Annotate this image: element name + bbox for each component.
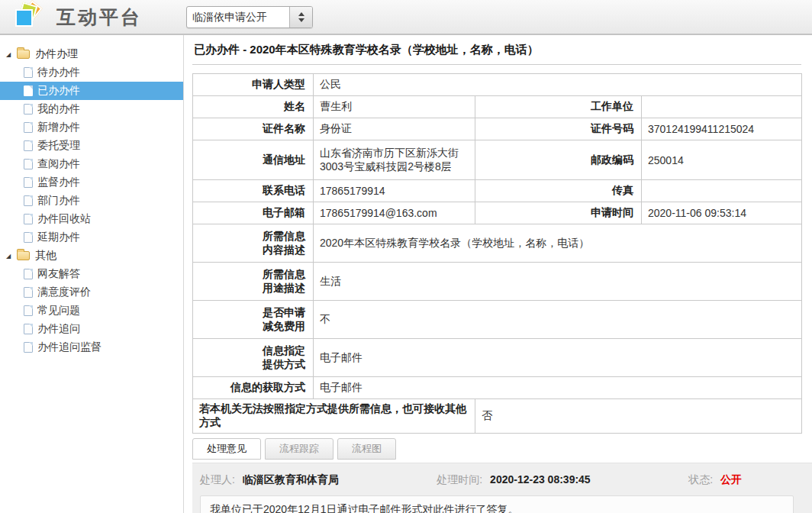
sidebar-group-banjian[interactable]: ◢ 办件办理 xyxy=(0,45,183,63)
logo-square-blue xyxy=(15,9,33,27)
sidebar-item-huishouzhan[interactable]: 办件回收站 xyxy=(0,210,183,228)
sidebar-item-wode[interactable]: 我的办件 xyxy=(0,100,183,118)
table-row: 电子邮箱 17865179914@163.com 申请时间 2020-11-06… xyxy=(193,202,802,224)
channel-select[interactable]: 临淄依申请公开 xyxy=(186,6,313,28)
sidebar-group-qita[interactable]: ◢ 其他 xyxy=(0,247,183,265)
page-title: 已办办件 - 2020年本区特殊教育学校名录（学校地址，名称，电话） xyxy=(192,35,801,65)
status-badge: 公开 xyxy=(720,473,742,486)
handler-value: 临淄区教育和体育局 xyxy=(243,473,339,486)
document-icon xyxy=(24,67,33,78)
sidebar-item-zhuiwen-jiandu[interactable]: 办件追问监督 xyxy=(0,338,183,357)
application-detail-table: 申请人类型 公民 姓名 曹生利 工作单位 证件名称 身份证 证件号码 37012… xyxy=(192,73,802,434)
folder-icon xyxy=(17,251,30,260)
document-icon xyxy=(24,177,33,188)
sidebar-item-manyidu[interactable]: 满意度评价 xyxy=(0,283,183,302)
table-row: 信息指定 提供方式 电子邮件 xyxy=(193,339,802,377)
group-label: 办件办理 xyxy=(35,47,78,61)
sidebar-item-yiban[interactable]: 已办办件 xyxy=(0,82,183,100)
table-row: 是否申请 减免费用 不 xyxy=(193,301,802,339)
processing-panel: 处理人: 临淄区教育和体育局 处理时间: 2020-12-23 08:39:45… xyxy=(192,463,812,513)
sidebar-item-jiandu[interactable]: 监督办件 xyxy=(0,173,183,192)
handler-field: 处理人: 临淄区教育和体育局 xyxy=(200,473,339,487)
interactive-platform-page: 互动平台 临淄依申请公开 ◢ 办件办理 待办办件 已办办件 我的办件 xyxy=(0,0,812,513)
main-content: 已办办件 - 2020年本区特殊教育学校名录（学校地址，名称，电话） 申请人类型… xyxy=(184,35,812,513)
sidebar-item-zhuiwen[interactable]: 办件追问 xyxy=(0,320,183,338)
sidebar-tree: ◢ 办件办理 待办办件 已办办件 我的办件 新增办件 委 xyxy=(0,35,184,513)
sidebar-item-wangyou[interactable]: 网友解答 xyxy=(0,265,183,283)
document-icon xyxy=(24,140,33,151)
status-field: 状态: 公开 xyxy=(688,473,742,487)
table-row: 申请人类型 公民 xyxy=(193,74,802,96)
document-icon xyxy=(24,122,33,133)
sidebar-item-chayue[interactable]: 查阅办件 xyxy=(0,155,183,173)
channel-select-value: 临淄依申请公开 xyxy=(187,7,289,27)
status-label: 状态: xyxy=(688,473,713,486)
app-title: 互动平台 xyxy=(56,5,142,30)
tab-process-tracking[interactable]: 流程跟踪 xyxy=(265,438,334,460)
sidebar-item-daiban[interactable]: 待办办件 xyxy=(0,63,183,82)
document-icon xyxy=(24,195,33,206)
sidebar-item-yanqi[interactable]: 延期办件 xyxy=(0,228,183,247)
handler-label: 处理人: xyxy=(200,473,235,486)
spinner-icon[interactable] xyxy=(289,7,312,27)
expander-icon[interactable]: ◢ xyxy=(6,253,17,260)
time-field: 处理时间: 2020-12-23 08:39:45 xyxy=(437,473,590,487)
document-icon xyxy=(24,269,33,279)
table-row: 通信地址 山东省济南市历下区新泺大街3003号宝威科技园2号楼8层 邮政编码 2… xyxy=(193,140,802,180)
expander-icon[interactable]: ◢ xyxy=(6,51,17,58)
app-logo-icon xyxy=(12,2,47,32)
table-row: 信息的获取方式 电子邮件 xyxy=(193,377,802,399)
sidebar-item-weituo[interactable]: 委托受理 xyxy=(0,137,183,155)
result-tabbar: 处理意见 流程跟踪 流程图 xyxy=(192,438,801,460)
time-value: 2020-12-23 08:39:45 xyxy=(490,473,591,486)
document-icon xyxy=(24,214,33,224)
table-row: 所需信息 内容描述 2020年本区特殊教育学校名录（学校地址，名称，电话） xyxy=(193,224,802,263)
document-icon xyxy=(24,159,33,169)
sidebar-item-xinzeng[interactable]: 新增办件 xyxy=(0,118,183,137)
table-row: 姓名 曹生利 工作单位 xyxy=(193,96,802,118)
document-icon xyxy=(24,104,33,115)
document-icon xyxy=(24,232,33,243)
group-label: 其他 xyxy=(35,249,56,263)
app-header: 互动平台 临淄依申请公开 xyxy=(0,0,812,35)
sidebar-item-changjian[interactable]: 常见问题 xyxy=(0,302,183,320)
tab-processing-opinion[interactable]: 处理意见 xyxy=(192,438,261,460)
document-icon xyxy=(24,342,33,353)
table-row: 若本机关无法按照指定方式提供所需信息，也可接收其他方式 否 xyxy=(193,399,802,434)
document-icon xyxy=(24,86,33,96)
document-icon xyxy=(24,305,33,316)
table-row: 证件名称 身份证 证件号码 370124199411215024 xyxy=(193,118,802,140)
table-row: 所需信息 用途描述 生活 xyxy=(193,263,802,301)
processing-meta-row: 处理人: 临淄区教育和体育局 处理时间: 2020-12-23 08:39:45… xyxy=(200,471,803,489)
time-label: 处理时间: xyxy=(437,473,482,486)
document-icon xyxy=(24,287,33,298)
tab-flowchart[interactable]: 流程图 xyxy=(337,438,396,460)
reply-text: 我单位已于2020年12月1日通过电子邮件形式对此件进行了答复。 xyxy=(200,495,794,513)
table-row: 联系电话 17865179914 传真 xyxy=(193,180,802,202)
document-icon xyxy=(24,324,33,334)
sidebar-item-bumen[interactable]: 部门办件 xyxy=(0,192,183,210)
folder-icon xyxy=(17,50,30,59)
